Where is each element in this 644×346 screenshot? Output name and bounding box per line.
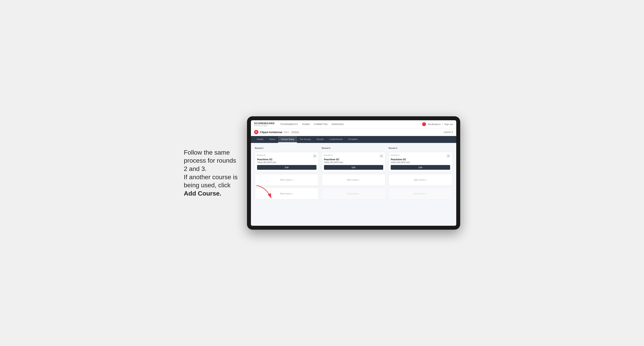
round-2-course-label: (Course A) (324, 154, 332, 156)
round-3-plus-icon-2: + (426, 192, 427, 195)
tab-course-setup[interactable]: Course Setup (278, 136, 297, 143)
nav-tournaments[interactable]: TOURNAMENTS (280, 123, 298, 125)
round-2-add-course-button[interactable]: Add Course + (322, 174, 386, 186)
tab-details[interactable]: Details (254, 136, 266, 143)
sub-header: C Clippd Invitational (Men) Hosting Canc… (251, 128, 456, 136)
round-3-edit-button[interactable]: Edit (391, 165, 450, 170)
round-1-remove-button[interactable]: ⊙ (313, 154, 316, 158)
tab-teams[interactable]: Teams (266, 136, 278, 143)
round-2-course-details: Yellow (M) (6629 yds) (324, 161, 384, 164)
user-avatar (422, 122, 426, 126)
round-2-course-card: (Course A) ⊙ Peachtree GC Yellow (M) (66… (322, 152, 386, 172)
hosting-badge: Hosting (290, 131, 300, 134)
round-3-course-label: (Course A) (391, 154, 399, 156)
round-1-add-course-text-2: Add Course + (280, 192, 294, 195)
round-3-add-course-text: Add Course + (414, 179, 427, 181)
round-2-add-course-text: Add Course + (347, 179, 360, 181)
round-2-plus-icon: + (359, 179, 360, 181)
round-1-course-label: (Course A) (257, 154, 266, 156)
nav-rankings[interactable]: RANKINGS (332, 123, 344, 125)
tab-printables[interactable]: Printables (346, 136, 361, 143)
round-2-add-course-button-2: Add Course + (322, 188, 386, 199)
round-1-course-details: Yellow (M) (6629 yds) (257, 161, 316, 164)
round-2-column: Round 2 (Course A) ⊙ Peachtree GC Yellow… (322, 147, 386, 199)
tournament-logo: C (254, 130, 258, 134)
instruction-text: Follow the same process for rounds 2 and… (184, 149, 239, 198)
round-1-plus-icon: + (292, 179, 293, 181)
nav-right: blair@clippd.io | Sign out (422, 122, 453, 126)
round-1-title: Round 1 (255, 147, 319, 149)
round-1-course-name: Peachtree GC (257, 158, 316, 161)
sign-out-link[interactable]: Sign out (444, 123, 453, 125)
round-3-add-course-button[interactable]: Add Course + (388, 174, 452, 186)
round-1-column: Round 1 (Course A) ⊙ Peachtree GC Yellow… (255, 147, 319, 199)
logo-title: SCOREBOARD (254, 122, 274, 125)
round-3-course-card: (Course A) ⊙ Peachtree GC Yellow (M) (66… (388, 152, 452, 172)
nav-committee[interactable]: COMMITTEE (314, 123, 328, 125)
round-3-add-course-text-2: Add Course + (414, 192, 427, 195)
cancel-button[interactable]: Cancel ✕ (444, 131, 453, 134)
main-content: Round 1 (Course A) ⊙ Peachtree GC Yellow… (251, 143, 456, 226)
rounds-grid: Round 1 (Course A) ⊙ Peachtree GC Yellow… (255, 147, 452, 199)
tournament-info: C Clippd Invitational (Men) Hosting (254, 130, 300, 134)
nav-left: SCOREBOARD Powered by clippd TOURNAMENTS… (254, 122, 344, 127)
tab-navigation: Details Teams Course Setup Tee Groups Re… (251, 136, 456, 143)
round-1-course-card: (Course A) ⊙ Peachtree GC Yellow (M) (66… (255, 152, 319, 172)
round-2-add-course-text-2: Add Course + (347, 192, 360, 195)
tab-tee-groups[interactable]: Tee Groups (297, 136, 314, 143)
round-3-plus-icon: + (426, 179, 427, 181)
round-3-course-name: Peachtree GC (391, 158, 450, 161)
round-2-course-name: Peachtree GC (324, 158, 384, 161)
round-2-title: Round 2 (322, 147, 386, 149)
round-2-plus-icon-2: + (359, 192, 360, 195)
round-2-course-card-header: (Course A) ⊙ (324, 154, 384, 158)
cancel-icon: ✕ (451, 131, 453, 134)
round-3-title: Round 3 (388, 147, 452, 149)
nav-separator: | (442, 123, 443, 125)
tab-results[interactable]: Results (314, 136, 326, 143)
tablet-frame: SCOREBOARD Powered by clippd TOURNAMENTS… (247, 116, 460, 230)
round-2-remove-button[interactable]: ⊙ (380, 154, 383, 158)
round-3-column: Round 3 (Course A) ⊙ Peachtree GC Yellow… (388, 147, 452, 199)
round-3-add-course-button-2: Add Course + (388, 188, 452, 199)
round-1-plus-icon-2: + (292, 192, 293, 195)
round-3-remove-button[interactable]: ⊙ (446, 154, 450, 158)
tournament-badge: (Men) (284, 131, 289, 133)
round-1-add-course-text: Add Course + (280, 179, 294, 181)
nav-teams[interactable]: TEAMS (302, 123, 310, 125)
round-1-edit-button[interactable]: Edit (257, 165, 316, 170)
course-card-header: (Course A) ⊙ (257, 154, 316, 158)
round-3-course-card-header: (Course A) ⊙ (391, 154, 450, 158)
tab-leaderboards[interactable]: Leaderboards (326, 136, 346, 143)
top-navigation: SCOREBOARD Powered by clippd TOURNAMENTS… (251, 120, 456, 128)
round-1-add-course-button-2[interactable]: Add Course + (255, 188, 319, 199)
logo-subtitle: Powered by clippd (254, 125, 274, 127)
round-3-course-details: Yellow (M) (6629 yds) (391, 161, 450, 164)
tournament-name: Clippd Invitational (260, 131, 282, 134)
round-1-add-course-button[interactable]: Add Course + (255, 174, 319, 186)
scoreboard-logo: SCOREBOARD Powered by clippd (254, 122, 274, 127)
tablet-screen: SCOREBOARD Powered by clippd TOURNAMENTS… (251, 120, 456, 226)
nav-links: TOURNAMENTS TEAMS COMMITTEE RANKINGS (280, 123, 344, 125)
user-email: blair@clippd.io (428, 123, 441, 125)
round-2-edit-button[interactable]: Edit (324, 165, 384, 170)
